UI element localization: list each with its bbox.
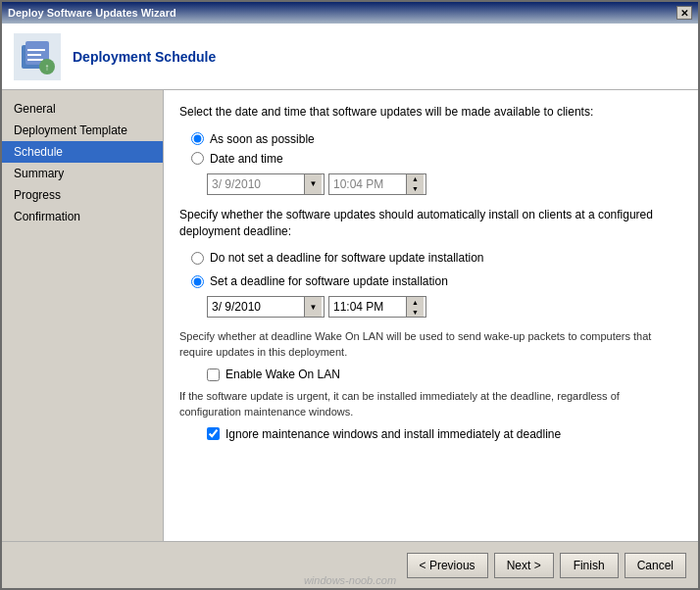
availability-time-spin[interactable]: ▲ ▼ (406, 174, 424, 194)
radio-asap-item: As soon as possible (191, 132, 682, 146)
sidebar-item-summary[interactable]: Summary (2, 163, 163, 184)
svg-text:↑: ↑ (45, 62, 50, 73)
radio-no-deadline-label: Do not set a deadline for software updat… (210, 251, 484, 265)
radio-asap[interactable] (191, 132, 204, 145)
ignore-maintenance-checkbox-row: Ignore maintenance windows and install i… (207, 427, 682, 441)
sidebar-item-deployment-template[interactable]: Deployment Template (2, 120, 163, 141)
title-bar: Deploy Software Updates Wizard ✕ (2, 2, 698, 24)
sidebar: General Deployment Template Schedule Sum… (2, 90, 164, 541)
urgent-note: If the software update is urgent, it can… (179, 389, 682, 419)
deadline-time-input[interactable]: 11:04 PM ▲ ▼ (328, 296, 426, 318)
deadline-date-value: 3/ 9/2010 (210, 300, 304, 314)
svg-rect-4 (27, 59, 43, 61)
main-content: Select the date and time that software u… (164, 90, 698, 541)
window-title: Deploy Software Updates Wizard (8, 7, 176, 19)
wake-on-lan-checkbox[interactable] (207, 369, 220, 381)
radio-asap-label: As soon as possible (210, 132, 315, 146)
content-area: General Deployment Template Schedule Sum… (2, 90, 698, 541)
deadline-date-dropdown-btn[interactable]: ▼ (304, 297, 322, 317)
sidebar-item-progress[interactable]: Progress (2, 184, 163, 206)
wizard-window: Deploy Software Updates Wizard ✕ ↑ Deplo… (0, 0, 700, 590)
svg-rect-3 (27, 54, 41, 56)
watermark: windows-noob.com (304, 574, 396, 586)
radio-set-deadline-label: Set a deadline for software update insta… (210, 274, 448, 288)
availability-radio-group: As soon as possible Date and time (191, 132, 682, 166)
wake-on-lan-description: Specify whether at deadline Wake On LAN … (179, 329, 682, 360)
availability-datetime-row: 3/ 9/2010 ▼ 10:04 PM ▲ ▼ (207, 173, 682, 195)
svg-rect-2 (27, 49, 45, 51)
spin-down-icon[interactable]: ▼ (412, 185, 419, 192)
sidebar-item-schedule[interactable]: Schedule (2, 141, 163, 163)
deadline-date-input[interactable]: 3/ 9/2010 ▼ (207, 296, 325, 318)
deadline-radio-group: Do not set a deadline for software updat… (191, 251, 682, 288)
close-button[interactable]: ✕ (676, 6, 692, 20)
radio-no-deadline[interactable] (191, 252, 204, 265)
deadline-time-value: 11:04 PM (331, 300, 406, 314)
availability-description: Select the date and time that software u… (179, 104, 682, 121)
previous-button[interactable]: < Previous (407, 553, 488, 578)
availability-date-value: 3/ 9/2010 (210, 177, 304, 191)
deadline-spin-down-icon[interactable]: ▼ (412, 309, 419, 316)
sidebar-item-confirmation[interactable]: Confirmation (2, 206, 163, 227)
finish-button[interactable]: Finish (560, 553, 619, 578)
radio-datetime-item: Date and time (191, 152, 682, 166)
deadline-datetime-row: 3/ 9/2010 ▼ 11:04 PM ▲ ▼ (207, 296, 682, 318)
sidebar-item-general[interactable]: General (2, 98, 163, 120)
deadline-description: Specify whether the software updates sho… (179, 207, 682, 240)
wake-on-lan-checkbox-row: Enable Wake On LAN (207, 368, 682, 381)
deadline-spin-up-icon[interactable]: ▲ (412, 299, 419, 306)
next-button[interactable]: Next > (494, 553, 554, 578)
availability-date-dropdown-btn[interactable]: ▼ (304, 174, 322, 194)
availability-date-input[interactable]: 3/ 9/2010 ▼ (207, 173, 325, 195)
cancel-button[interactable]: Cancel (625, 553, 686, 578)
wake-on-lan-label: Enable Wake On LAN (225, 368, 340, 381)
wizard-header: ↑ Deployment Schedule (2, 24, 698, 90)
availability-time-input[interactable]: 10:04 PM ▲ ▼ (328, 173, 426, 195)
ignore-maintenance-checkbox[interactable] (207, 427, 220, 440)
deadline-time-spin[interactable]: ▲ ▼ (406, 297, 424, 317)
radio-no-deadline-item: Do not set a deadline for software updat… (191, 251, 682, 265)
wizard-header-title: Deployment Schedule (73, 49, 216, 65)
radio-set-deadline[interactable] (191, 275, 204, 288)
availability-time-value: 10:04 PM (331, 177, 406, 191)
wizard-icon: ↑ (14, 33, 61, 80)
ignore-maintenance-label: Ignore maintenance windows and install i… (225, 427, 561, 441)
radio-set-deadline-item: Set a deadline for software update insta… (191, 274, 682, 288)
spin-up-icon[interactable]: ▲ (412, 175, 419, 182)
radio-datetime[interactable] (191, 152, 204, 165)
radio-datetime-label: Date and time (210, 152, 283, 166)
